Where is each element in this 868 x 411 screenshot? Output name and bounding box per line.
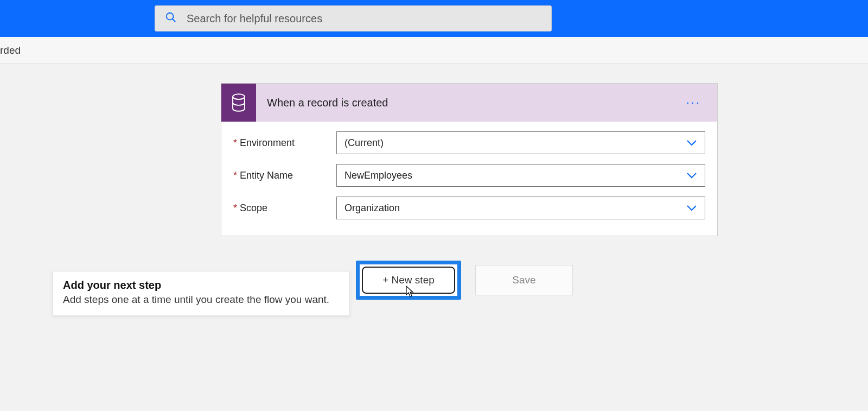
subheader-text: rded — [0, 45, 21, 56]
svg-point-2 — [233, 94, 245, 99]
select-value: Organization — [344, 203, 400, 214]
environment-select[interactable]: (Current) — [336, 131, 705, 154]
field-label: Scope — [233, 203, 336, 214]
search-box[interactable] — [155, 5, 552, 31]
select-value: NewEmployees — [344, 170, 412, 181]
trigger-body: Environment (Current) Entity Name NewEmp… — [221, 122, 717, 236]
sub-header: rded — [0, 37, 868, 64]
field-row-environment: Environment (Current) — [233, 131, 705, 154]
tooltip-body: Add steps one at a time until you create… — [63, 294, 340, 306]
new-step-button[interactable]: + New step — [362, 267, 455, 294]
top-header — [0, 0, 868, 37]
save-button[interactable]: Save — [475, 265, 573, 295]
new-step-highlight: + New step — [356, 261, 461, 300]
trigger-card: When a record is created ··· Environment… — [221, 83, 718, 236]
scope-select[interactable]: Organization — [336, 197, 705, 219]
coach-tooltip: Add your next step Add steps one at a ti… — [53, 271, 350, 316]
field-label: Entity Name — [233, 170, 336, 181]
cursor-icon — [403, 285, 414, 301]
trigger-title: When a record is created — [256, 97, 681, 109]
database-icon — [221, 84, 256, 122]
action-buttons: + New step Save — [356, 261, 573, 300]
chevron-down-icon — [686, 170, 697, 181]
entity-name-select[interactable]: NewEmployees — [336, 164, 705, 187]
svg-line-1 — [173, 19, 176, 22]
field-row-entity: Entity Name NewEmployees — [233, 164, 705, 187]
save-label: Save — [512, 274, 535, 286]
new-step-label: + New step — [382, 274, 435, 286]
search-input[interactable] — [187, 12, 541, 25]
trigger-header[interactable]: When a record is created ··· — [221, 84, 717, 122]
select-value: (Current) — [344, 137, 384, 149]
tooltip-title: Add your next step — [63, 279, 340, 292]
svg-point-0 — [167, 13, 174, 20]
ellipsis-icon[interactable]: ··· — [681, 92, 706, 113]
chevron-down-icon — [686, 137, 697, 149]
field-row-scope: Scope Organization — [233, 197, 705, 219]
field-label: Environment — [233, 137, 336, 149]
search-icon — [165, 11, 177, 26]
chevron-down-icon — [686, 203, 697, 214]
